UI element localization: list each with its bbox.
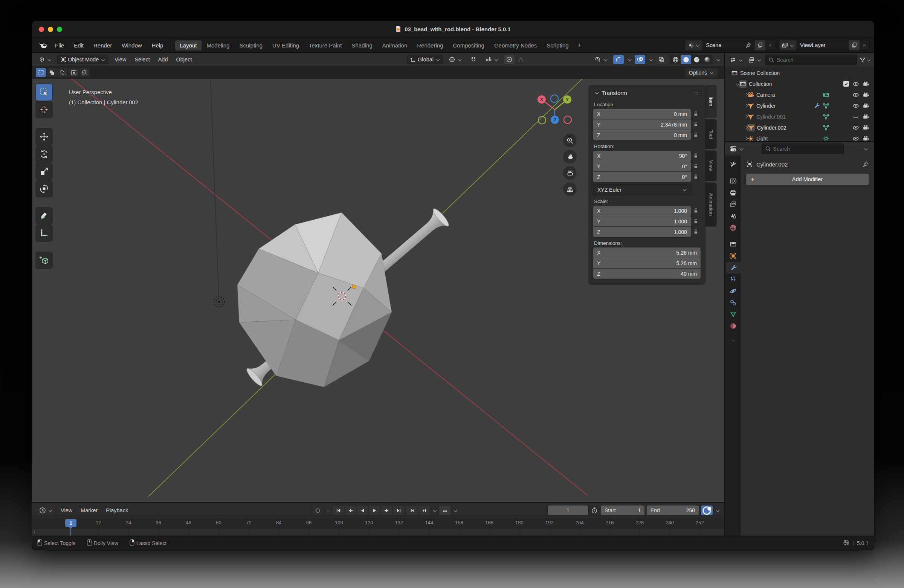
tool-select-box-button[interactable]: [36, 84, 52, 101]
properties-tab-object[interactable]: [725, 250, 741, 262]
eye-open-icon[interactable]: [852, 81, 859, 87]
outliner-row-light[interactable]: Light: [725, 133, 874, 141]
eye-closed-icon[interactable]: [852, 113, 859, 120]
tool-transform-button[interactable]: [36, 180, 52, 197]
menu-object[interactable]: Object: [173, 55, 196, 64]
tool-add-cube-button[interactable]: [36, 252, 52, 269]
shading-rendered-button[interactable]: [702, 55, 712, 64]
tool-cursor-button[interactable]: [36, 101, 52, 118]
properties-tab-physics[interactable]: [725, 285, 741, 297]
tool-scale-button[interactable]: [36, 163, 52, 180]
n-panel-tab-view[interactable]: View: [705, 151, 716, 181]
mode-selector[interactable]: Object Mode: [57, 55, 108, 64]
workspace-tab-compositing[interactable]: Compositing: [449, 40, 489, 51]
workspace-tab-texture-paint[interactable]: Texture Paint: [304, 40, 346, 51]
use-preview-range-icon[interactable]: [591, 507, 598, 514]
outliner-row-camera[interactable]: Camera: [725, 89, 874, 100]
proportional-falloff-selector[interactable]: [518, 56, 529, 63]
auto-keying-toggle[interactable]: [312, 506, 323, 515]
transform-field-y[interactable]: Y5.26 mm: [593, 258, 700, 268]
properties-options-button[interactable]: [860, 145, 871, 152]
light-object[interactable]: [214, 296, 224, 307]
scene-browse-button[interactable]: [685, 40, 702, 51]
pivot-point-selector[interactable]: [446, 55, 465, 64]
collection-checkbox[interactable]: [843, 81, 849, 87]
workspace-tab-shading[interactable]: Shading: [347, 40, 377, 51]
editor-type-selector[interactable]: [36, 55, 54, 64]
outliner-display-mode[interactable]: [728, 55, 744, 65]
current-frame-marker[interactable]: 1: [65, 519, 76, 527]
blender-logo-icon[interactable]: [38, 40, 48, 50]
outliner-search-input[interactable]: Search: [765, 55, 857, 65]
object-origin-dot[interactable]: [352, 285, 356, 289]
shading-wireframe-button[interactable]: [670, 55, 681, 64]
pin-icon[interactable]: [745, 42, 751, 48]
prev-keyframe-button[interactable]: [345, 506, 356, 515]
remove-viewlayer-button[interactable]: ✕: [860, 43, 869, 48]
camera-restrict-icon[interactable]: [863, 103, 869, 109]
workspace-tab-geometry-nodes[interactable]: Geometry Nodes: [490, 40, 541, 51]
menu-select[interactable]: Select: [131, 55, 153, 64]
eye-open-icon[interactable]: [852, 92, 859, 98]
show-object-types-selector[interactable]: [592, 55, 610, 64]
properties-tab-modifier[interactable]: [726, 262, 741, 273]
tool-move-button[interactable]: [36, 128, 52, 145]
options-dropdown[interactable]: Options: [685, 68, 718, 77]
properties-tabs-overflow[interactable]: [725, 334, 741, 346]
camera-view-button[interactable]: [563, 166, 577, 180]
properties-tab-data[interactable]: [725, 308, 741, 320]
camera-restrict-icon[interactable]: [863, 124, 869, 131]
close-window-button[interactable]: [39, 27, 44, 32]
transform-field-z[interactable]: Z0 mm: [593, 130, 691, 140]
transform-field-z[interactable]: Z0°: [593, 172, 691, 182]
lock-icon[interactable]: [691, 111, 700, 117]
eye-open-icon[interactable]: [852, 103, 859, 109]
menu-edit[interactable]: Edit: [70, 41, 88, 50]
overlays-toggle[interactable]: [635, 55, 645, 64]
outliner-row-cylinder-002[interactable]: Cylinder.002: [725, 122, 874, 133]
new-scene-button[interactable]: [755, 40, 765, 51]
transform-field-x[interactable]: X0 mm: [593, 109, 691, 119]
camera-restrict-icon[interactable]: [863, 113, 869, 120]
n-panel-tab-tool[interactable]: Tool: [705, 119, 716, 149]
timeline-editor-selector[interactable]: [36, 506, 55, 515]
transform-field-y[interactable]: Y0°: [593, 161, 691, 171]
viewlayer-browse-button[interactable]: [779, 40, 796, 51]
transform-field-y[interactable]: Y2.3478 mm: [593, 119, 691, 130]
properties-display-mode[interactable]: [728, 144, 745, 154]
new-viewlayer-button[interactable]: [849, 40, 860, 51]
n-panel-tab-item[interactable]: Item: [705, 85, 716, 117]
shading-solid-button[interactable]: [681, 55, 691, 64]
eye-open-icon[interactable]: [852, 124, 859, 131]
lock-icon[interactable]: [691, 122, 700, 127]
timeline-ruler[interactable]: 1224364860728496108120132144156168180192…: [32, 518, 724, 536]
tool-rotate-button[interactable]: [36, 146, 52, 162]
properties-tab-tool[interactable]: [725, 158, 741, 170]
select-intersect-button[interactable]: [79, 68, 90, 77]
properties-tab-render[interactable]: [725, 175, 741, 187]
channel-expand-arrow[interactable]: ›: [33, 529, 35, 535]
current-frame-field[interactable]: 1: [548, 506, 588, 515]
frame-next-button[interactable]: [419, 506, 430, 515]
transform-orientation-selector[interactable]: Global: [407, 55, 443, 64]
play-reverse-button[interactable]: [357, 506, 368, 515]
shading-material-preview-button[interactable]: [691, 55, 702, 64]
camera-restrict-icon[interactable]: [863, 92, 869, 98]
workspace-tab-modeling[interactable]: Modeling: [202, 40, 234, 51]
next-keyframe-button[interactable]: [381, 506, 392, 515]
keying-set-button[interactable]: [701, 506, 713, 515]
minimize-window-button[interactable]: [48, 27, 53, 32]
outliner-filter-mode[interactable]: [746, 55, 763, 65]
menu-file[interactable]: File: [51, 41, 68, 50]
workspace-tab-uv-editing[interactable]: UV Editing: [268, 40, 303, 51]
eye-open-icon[interactable]: [852, 135, 859, 142]
workspace-tab-rendering[interactable]: Rendering: [412, 40, 447, 51]
lock-icon[interactable]: [691, 132, 700, 138]
lock-icon[interactable]: [691, 218, 700, 224]
jump-start-button[interactable]: [333, 506, 344, 515]
viewlayer-name[interactable]: ViewLayer: [796, 40, 849, 51]
pan-button[interactable]: [563, 150, 577, 163]
properties-tab-scene[interactable]: [725, 210, 741, 222]
frame-end-field[interactable]: End250: [647, 506, 699, 515]
properties-tab-world[interactable]: [725, 222, 741, 234]
